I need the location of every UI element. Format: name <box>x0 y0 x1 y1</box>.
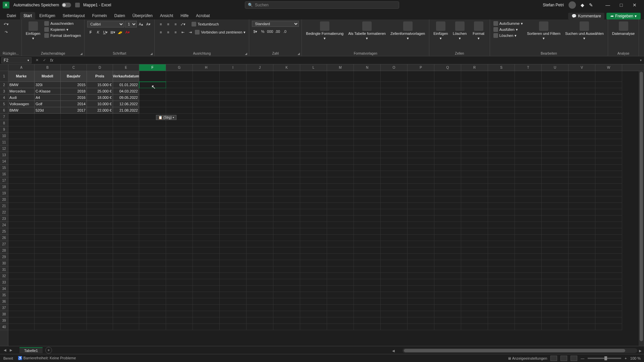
cell[interactable] <box>408 317 434 324</box>
column-header[interactable]: D <box>87 64 113 71</box>
cell[interactable] <box>87 222 113 228</box>
cell[interactable] <box>87 216 113 222</box>
cell[interactable] <box>113 196 139 203</box>
cell[interactable] <box>327 126 354 133</box>
cell[interactable] <box>488 247 515 254</box>
cell[interactable] <box>354 120 381 126</box>
cell[interactable] <box>542 101 569 107</box>
cell[interactable] <box>139 254 166 260</box>
row-header[interactable]: 12 <box>0 145 8 152</box>
cell[interactable] <box>193 235 220 241</box>
cell[interactable] <box>220 126 247 133</box>
cell[interactable] <box>515 311 542 317</box>
cell[interactable] <box>193 298 220 305</box>
cell[interactable] <box>595 298 622 305</box>
column-header[interactable]: S <box>488 64 515 71</box>
cell[interactable] <box>595 266 622 273</box>
cell[interactable] <box>87 254 113 260</box>
cell[interactable] <box>461 241 488 247</box>
cell[interactable] <box>35 196 61 203</box>
cell[interactable] <box>354 177 381 184</box>
minimize-button[interactable]: — <box>601 0 614 10</box>
cell[interactable] <box>300 235 327 241</box>
cell[interactable] <box>139 101 166 107</box>
cell[interactable] <box>139 209 166 216</box>
cell[interactable] <box>113 190 139 196</box>
cell[interactable] <box>247 171 273 177</box>
row-header[interactable]: 10 <box>0 133 8 139</box>
cell[interactable] <box>87 228 113 235</box>
row-header[interactable]: 27 <box>0 241 8 247</box>
share-button[interactable]: ➦ Freigeben ▾ <box>606 13 641 19</box>
cell[interactable] <box>193 216 220 222</box>
cell[interactable] <box>193 101 220 107</box>
cell[interactable] <box>408 241 434 247</box>
cell[interactable] <box>595 260 622 266</box>
cell[interactable] <box>166 177 193 184</box>
cell[interactable] <box>8 152 35 158</box>
cell[interactable] <box>8 298 35 305</box>
zoom-out-button[interactable]: — <box>581 356 584 360</box>
cell[interactable] <box>247 324 273 330</box>
cell[interactable] <box>220 279 247 286</box>
cell[interactable] <box>461 190 488 196</box>
cell[interactable] <box>461 114 488 120</box>
row-header[interactable]: 30 <box>0 260 8 266</box>
cell-styles-button[interactable]: Zellenformatvorlagen▾ <box>389 21 426 41</box>
cell[interactable] <box>434 222 461 228</box>
cell[interactable] <box>569 298 595 305</box>
cell[interactable] <box>87 133 113 139</box>
cell[interactable] <box>515 273 542 279</box>
cell[interactable] <box>87 298 113 305</box>
cell[interactable] <box>300 158 327 165</box>
cell[interactable] <box>273 286 300 292</box>
undo-button[interactable]: ↶▾ <box>3 21 9 27</box>
row-header[interactable]: 23 <box>0 216 8 222</box>
cell[interactable] <box>515 139 542 145</box>
cell[interactable] <box>113 260 139 266</box>
cell[interactable] <box>408 171 434 177</box>
cell[interactable] <box>87 292 113 298</box>
cell[interactable] <box>61 152 87 158</box>
cell[interactable] <box>87 324 113 330</box>
cell[interactable] <box>434 209 461 216</box>
column-header[interactable]: L <box>300 64 327 71</box>
cell[interactable] <box>35 158 61 165</box>
cell[interactable] <box>166 266 193 273</box>
cell[interactable] <box>247 120 273 126</box>
cell[interactable] <box>595 120 622 126</box>
column-header[interactable]: M <box>327 64 354 71</box>
cell[interactable] <box>87 120 113 126</box>
cell[interactable] <box>300 139 327 145</box>
cell[interactable] <box>273 209 300 216</box>
cell[interactable] <box>327 241 354 247</box>
cell[interactable] <box>166 305 193 311</box>
tab-acrobat[interactable]: Acrobat <box>193 12 213 19</box>
table-cell[interactable]: 2018 <box>61 88 87 95</box>
cell[interactable] <box>408 260 434 266</box>
cell[interactable] <box>273 235 300 241</box>
cell[interactable] <box>354 266 381 273</box>
cell[interactable] <box>113 216 139 222</box>
cell[interactable] <box>87 190 113 196</box>
cell[interactable] <box>327 273 354 279</box>
table-cell[interactable]: 320i <box>35 82 61 88</box>
cell[interactable] <box>461 228 488 235</box>
cell[interactable] <box>595 71 622 82</box>
row-header[interactable]: 35 <box>0 292 8 298</box>
cell[interactable] <box>273 241 300 247</box>
cell[interactable] <box>300 82 327 88</box>
cell[interactable] <box>61 203 87 209</box>
cell[interactable] <box>515 171 542 177</box>
cell[interactable] <box>220 139 247 145</box>
cell[interactable] <box>542 228 569 235</box>
cell[interactable] <box>139 324 166 330</box>
cell[interactable] <box>166 222 193 228</box>
cell[interactable] <box>273 158 300 165</box>
cell[interactable] <box>220 133 247 139</box>
cell[interactable] <box>488 305 515 311</box>
cell[interactable] <box>595 247 622 254</box>
cell[interactable] <box>327 71 354 82</box>
cell[interactable] <box>273 71 300 82</box>
table-cell[interactable]: 04.03.2022 <box>113 88 139 95</box>
